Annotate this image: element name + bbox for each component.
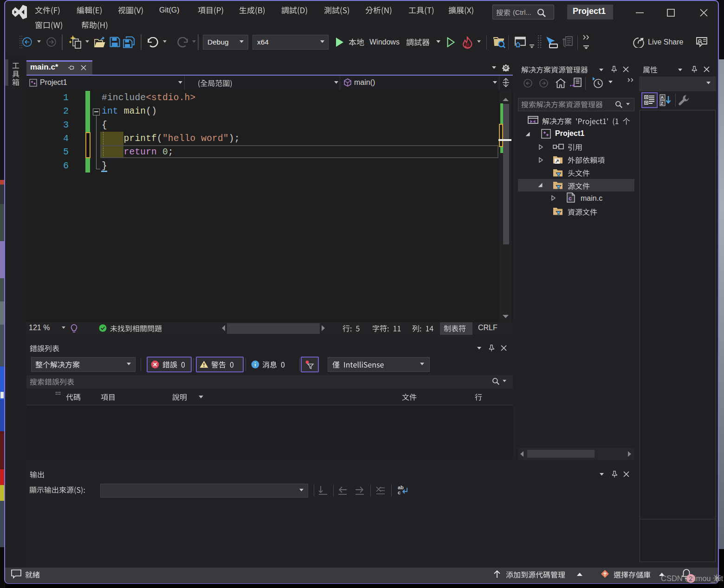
svg-text:A: A — [661, 95, 664, 100]
svg-text:Z: Z — [661, 101, 664, 106]
svg-text:c: c — [569, 196, 572, 202]
svg-text:c: c — [398, 490, 401, 495]
